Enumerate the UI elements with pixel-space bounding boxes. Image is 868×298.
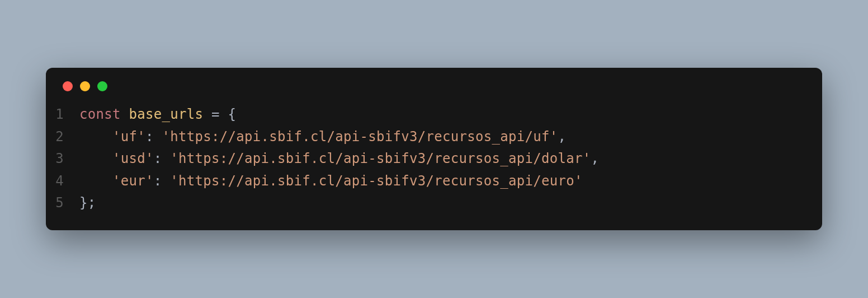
line-number: 1 bbox=[46, 104, 79, 126]
token-brace: { bbox=[228, 106, 237, 122]
token-keyword: const bbox=[79, 106, 121, 122]
token-punct: , bbox=[558, 129, 566, 145]
close-icon[interactable] bbox=[63, 81, 73, 91]
code-content: 'eur': 'https://api.sbif.cl/api-sbifv3/r… bbox=[79, 170, 583, 193]
window-titlebar bbox=[46, 81, 822, 104]
code-content: }; bbox=[79, 192, 96, 215]
line-number: 5 bbox=[46, 192, 79, 215]
token-punct: , bbox=[591, 151, 599, 166]
line-number: 4 bbox=[46, 170, 79, 193]
code-line: 3 'usd': 'https://api.sbif.cl/api-sbifv3… bbox=[46, 148, 822, 170]
token-punct: ; bbox=[88, 195, 96, 211]
token-punct: : bbox=[154, 173, 162, 189]
code-line: 4 'eur': 'https://api.sbif.cl/api-sbifv3… bbox=[46, 170, 822, 193]
code-line: 1const base_urls = { bbox=[46, 104, 822, 126]
token-operator: = bbox=[211, 106, 220, 122]
code-content: 'usd': 'https://api.sbif.cl/api-sbifv3/r… bbox=[79, 148, 599, 170]
line-number: 3 bbox=[46, 148, 79, 170]
code-window: 1const base_urls = {2 'uf': 'https://api… bbox=[46, 68, 822, 230]
maximize-icon[interactable] bbox=[97, 81, 107, 91]
token-string: 'eur' bbox=[112, 173, 154, 189]
token-brace: } bbox=[79, 195, 88, 211]
token-string: 'uf' bbox=[112, 129, 145, 145]
token-punct: : bbox=[154, 151, 162, 166]
token-string: 'https://api.sbif.cl/api-sbifv3/recursos… bbox=[170, 151, 591, 166]
token-string: 'https://api.sbif.cl/api-sbifv3/recursos… bbox=[170, 173, 582, 189]
minimize-icon[interactable] bbox=[80, 81, 90, 91]
code-line: 2 'uf': 'https://api.sbif.cl/api-sbifv3/… bbox=[46, 126, 822, 148]
token-punct: : bbox=[145, 129, 154, 145]
code-content: 'uf': 'https://api.sbif.cl/api-sbifv3/re… bbox=[79, 126, 566, 148]
line-number: 2 bbox=[46, 126, 79, 148]
code-line: 5}; bbox=[46, 192, 822, 215]
code-editor[interactable]: 1const base_urls = {2 'uf': 'https://api… bbox=[46, 104, 822, 215]
token-string: 'https://api.sbif.cl/api-sbifv3/recursos… bbox=[162, 129, 558, 145]
code-content: const base_urls = { bbox=[79, 104, 236, 126]
token-string: 'usd' bbox=[112, 151, 154, 166]
token-variable: base_urls bbox=[129, 106, 204, 122]
